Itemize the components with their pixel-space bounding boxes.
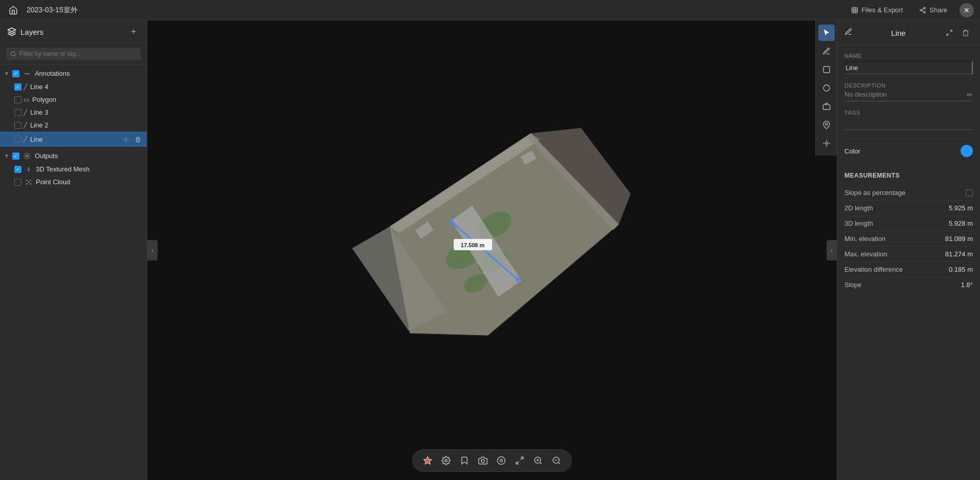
description-value: No description <box>844 91 887 98</box>
expand-icon <box>946 29 953 36</box>
collapse-right-panel-button[interactable]: › <box>827 240 837 260</box>
divider-1 <box>844 138 973 139</box>
tree-item-line4[interactable]: ╱ Line 4 <box>0 80 147 93</box>
slope-percentage-checkbox[interactable] <box>966 189 973 197</box>
2d-length-row: 2D length 5.925 m <box>844 201 973 216</box>
outputs-label: Outputs <box>35 152 58 160</box>
description-edit-button[interactable]: ✏ <box>967 91 973 99</box>
svg-point-18 <box>30 183 31 184</box>
pointcloud-label: Point Cloud <box>36 178 143 186</box>
fullscreen-icon <box>515 456 524 465</box>
circle-tool-button[interactable] <box>818 80 835 96</box>
sidebar: Layers + ▼ Annotations <box>0 20 147 480</box>
max-elevation-row: Max. elevation 81.274 m <box>844 247 973 262</box>
orientation-icon <box>497 456 506 465</box>
close-button[interactable]: ✕ <box>960 3 974 17</box>
topbar: 2023-03-15室外 Files & Export Share ✕ <box>0 0 980 20</box>
right-panel-tool-buttons <box>942 26 973 40</box>
divider-2 <box>844 165 973 166</box>
rectangle-tool-button[interactable] <box>818 61 835 78</box>
tree-item-line3[interactable]: ╱ Line 3 <box>0 106 147 119</box>
line2-icon: ╱ <box>24 122 27 129</box>
point-tool-button[interactable] <box>818 135 835 151</box>
viewport[interactable]: 17.508 m ‹ › <box>147 20 837 480</box>
vertical-toolbar <box>815 20 837 156</box>
zoom-in-icon <box>533 456 543 465</box>
home-button[interactable] <box>6 3 20 17</box>
orientation-button[interactable] <box>493 452 510 469</box>
line2-checkbox[interactable] <box>14 122 21 129</box>
3d-mesh-checkbox[interactable] <box>14 166 21 173</box>
polygon-checkbox[interactable] <box>14 96 21 103</box>
color-swatch[interactable] <box>961 145 973 157</box>
line-actions: ⊹ 🗑 <box>120 134 143 144</box>
tags-input[interactable] <box>844 118 973 130</box>
tree-item-polygon[interactable]: ▭ Polygon <box>0 93 147 106</box>
delete-annotation-button[interactable] <box>959 26 973 40</box>
tree-item-line2[interactable]: ╱ Line 2 <box>0 119 147 132</box>
name-label: Name <box>844 53 973 59</box>
compass-button[interactable] <box>419 452 436 469</box>
search-icon <box>10 51 16 57</box>
tags-field-group: Tags <box>844 110 973 130</box>
bookmark-button[interactable] <box>456 452 473 469</box>
line-checkbox[interactable] <box>14 136 21 143</box>
cursor-tool-button[interactable] <box>818 25 835 41</box>
pointcloud-checkbox[interactable] <box>14 179 21 186</box>
viewport-canvas[interactable]: 17.508 m <box>147 20 837 480</box>
tree-item-3d-mesh[interactable]: 3D Textured Mesh <box>0 163 147 176</box>
screenshot-button[interactable] <box>474 452 492 469</box>
2d-length-value: 5.925 m <box>949 204 973 212</box>
svg-line-5 <box>922 8 924 9</box>
files-export-button[interactable]: Files & Export <box>847 4 907 16</box>
svg-rect-0 <box>852 7 858 13</box>
share-button[interactable]: Share <box>915 4 951 16</box>
max-elevation-label: Max. elevation <box>844 250 887 258</box>
project-title: 2023-03-15室外 <box>27 6 841 15</box>
annotations-group-header[interactable]: ▼ Annotations <box>0 67 147 80</box>
svg-point-44 <box>481 460 484 463</box>
outputs-chevron: ▼ <box>4 153 9 159</box>
annotations-label: Annotations <box>35 70 70 77</box>
expand-panel-button[interactable] <box>942 26 956 40</box>
topbar-right: Files & Export Share ✕ <box>847 3 974 17</box>
line3-label: Line 3 <box>30 108 143 116</box>
line-delete-btn[interactable]: 🗑 <box>132 134 143 144</box>
sidebar-header: Layers + <box>0 20 147 43</box>
line3-checkbox[interactable] <box>14 109 21 116</box>
svg-line-57 <box>947 33 949 35</box>
line4-checkbox[interactable] <box>14 83 21 91</box>
settings-button[interactable] <box>437 452 455 469</box>
collapse-right-icon: › <box>831 247 833 254</box>
annotations-checkbox[interactable] <box>12 70 19 77</box>
outputs-group-header[interactable]: ▼ Outputs <box>0 149 147 163</box>
search-input[interactable] <box>19 50 137 57</box>
trash-icon <box>962 29 969 36</box>
tree-item-pointcloud[interactable]: Point Cloud <box>0 176 147 188</box>
name-input[interactable] <box>844 61 973 74</box>
pin-tool-button[interactable] <box>818 117 835 133</box>
svg-line-4 <box>922 10 924 11</box>
svg-point-12 <box>26 155 28 157</box>
zoom-in-button[interactable] <box>529 452 547 469</box>
zoom-out-button[interactable] <box>548 452 565 469</box>
cursor-icon <box>822 29 831 37</box>
svg-line-47 <box>521 457 523 460</box>
line-settings-btn[interactable]: ⊹ <box>120 134 130 144</box>
fullscreen-button[interactable] <box>511 452 528 469</box>
measurements-header: Measurements <box>844 172 973 179</box>
svg-point-40 <box>826 123 828 125</box>
add-layer-button[interactable]: + <box>127 26 140 38</box>
sidebar-title: Layers <box>20 28 43 36</box>
draw-line-button[interactable] <box>818 43 835 59</box>
svg-point-1 <box>924 7 926 9</box>
zoom-out-icon <box>552 456 561 465</box>
collapse-sidebar-button[interactable]: ‹ <box>147 240 158 260</box>
name-field-group: Name <box>844 53 973 74</box>
volume-tool-button[interactable] <box>818 98 835 115</box>
svg-line-56 <box>950 30 952 32</box>
tree-item-line[interactable]: ╱ Line ⊹ 🗑 <box>0 132 147 147</box>
svg-line-54 <box>558 462 560 464</box>
outputs-checkbox[interactable] <box>12 152 19 160</box>
files-icon <box>851 7 858 14</box>
